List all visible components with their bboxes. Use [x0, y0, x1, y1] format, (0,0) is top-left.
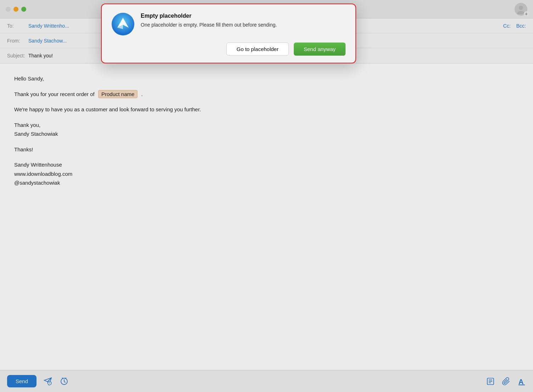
dialog-title: Empty placeholder — [141, 13, 346, 19]
app-icon — [112, 13, 134, 35]
dialog-message: One placeholder is empty. Please fill th… — [141, 21, 346, 29]
send-anyway-button[interactable]: Send anyway — [294, 43, 346, 56]
dialog-buttons: Go to placeholder Send anyway — [112, 43, 346, 56]
go-to-placeholder-button[interactable]: Go to placeholder — [226, 43, 289, 56]
empty-placeholder-dialog: Empty placeholder One placeholder is emp… — [101, 4, 356, 63]
